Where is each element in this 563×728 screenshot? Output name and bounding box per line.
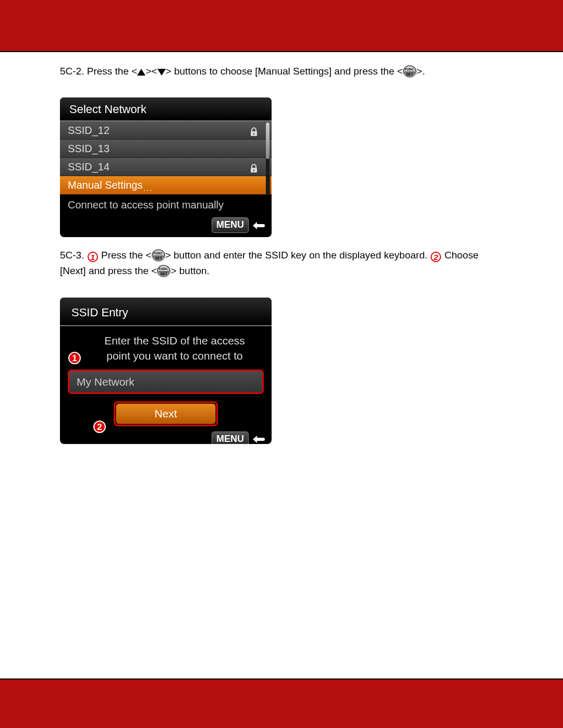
- svg-text:SET: SET: [155, 256, 162, 260]
- ssid-label: SSID_13: [68, 141, 109, 156]
- text: Press the <: [101, 250, 152, 261]
- svg-text:SET: SET: [406, 72, 413, 76]
- network-row[interactable]: SSID_14: [60, 158, 272, 176]
- text: Press the <: [87, 66, 138, 77]
- step-5c3: 5C-3. 1 Press the <FUNC.SET> button and …: [60, 248, 503, 279]
- screen-title: Select Network: [60, 97, 272, 122]
- menu-bar: MENU: [60, 215, 272, 237]
- text: > buttons to choose [Manual Settings] an…: [166, 66, 403, 77]
- svg-text:FUNC.: FUNC.: [405, 68, 415, 71]
- ssid-input[interactable]: My Network: [69, 371, 262, 392]
- text-line: point you want to connect to: [106, 350, 243, 362]
- svg-text:FUNC.: FUNC.: [154, 252, 164, 255]
- up-arrow-icon: [137, 69, 145, 76]
- ssid-input-highlight: My Network: [68, 369, 264, 394]
- step-5c2: 5C-2. Press the <><> buttons to choose […: [60, 65, 503, 79]
- network-row-selected[interactable]: Manual Settings...: [60, 176, 272, 194]
- svg-text:FUNC.: FUNC.: [159, 267, 169, 270]
- network-row[interactable]: SSID_12: [60, 121, 272, 140]
- instruction-text: Enter the SSID of the access point you w…: [87, 334, 262, 363]
- lock-icon: [249, 162, 259, 171]
- callout-2: 2: [93, 421, 106, 433]
- page-header-bar: [0, 0, 563, 52]
- back-icon: [252, 434, 265, 443]
- ellipsis-icon: ...: [143, 184, 153, 192]
- screen-title: SSID Entry: [60, 298, 272, 326]
- hint-text: Connect to access point manually: [60, 194, 272, 215]
- callout-1: 1: [68, 352, 81, 364]
- text: > button and enter the SSID key on the d…: [165, 250, 427, 261]
- lock-icon: [249, 126, 259, 135]
- page-footer-bar: [0, 678, 563, 728]
- svg-rect-3: [253, 133, 254, 135]
- scrollbar-thumb[interactable]: [266, 122, 270, 159]
- down-arrow-icon: [157, 69, 166, 76]
- text: >.: [417, 66, 425, 77]
- menu-button[interactable]: MENU: [212, 431, 249, 445]
- func-set-icon: FUNC.SET: [157, 265, 170, 278]
- document-body: 5C-2. Press the <><> buttons to choose […: [0, 52, 563, 456]
- svg-rect-5: [253, 169, 254, 171]
- text: ><: [145, 66, 157, 77]
- next-button-highlight: Next: [114, 401, 218, 426]
- ssid-label: SSID_12: [68, 123, 109, 138]
- text: > button.: [170, 265, 209, 276]
- marker-2-icon: 2: [431, 252, 441, 262]
- screen-body: 1 Enter the SSID of the access point you…: [60, 326, 272, 429]
- marker-1-icon: 1: [88, 252, 98, 262]
- network-list: SSID_12 SSID_13 SSID_14 Manual Settings.…: [60, 121, 272, 194]
- svg-text:SET: SET: [161, 272, 168, 276]
- func-set-icon: FUNC.SET: [403, 65, 417, 78]
- step-number: 5C-3.: [60, 250, 84, 261]
- func-set-icon: FUNC.SET: [152, 249, 165, 262]
- text-line: Enter the SSID of the access: [104, 335, 245, 347]
- menu-button[interactable]: MENU: [212, 217, 249, 232]
- camera-screen-select-network: Select Network SSID_12 SSID_13 SSID_14 M…: [60, 97, 272, 237]
- network-row[interactable]: SSID_13: [60, 140, 272, 158]
- menu-bar: MENU: [60, 429, 272, 445]
- back-icon: [252, 220, 265, 230]
- step-number: 5C-2.: [60, 66, 84, 77]
- next-button[interactable]: Next: [116, 403, 216, 424]
- manual-settings-label: Manual Settings: [68, 179, 142, 191]
- ssid-label: SSID_14: [68, 159, 109, 174]
- camera-screen-ssid-entry: SSID Entry 1 Enter the SSID of the acces…: [60, 298, 272, 444]
